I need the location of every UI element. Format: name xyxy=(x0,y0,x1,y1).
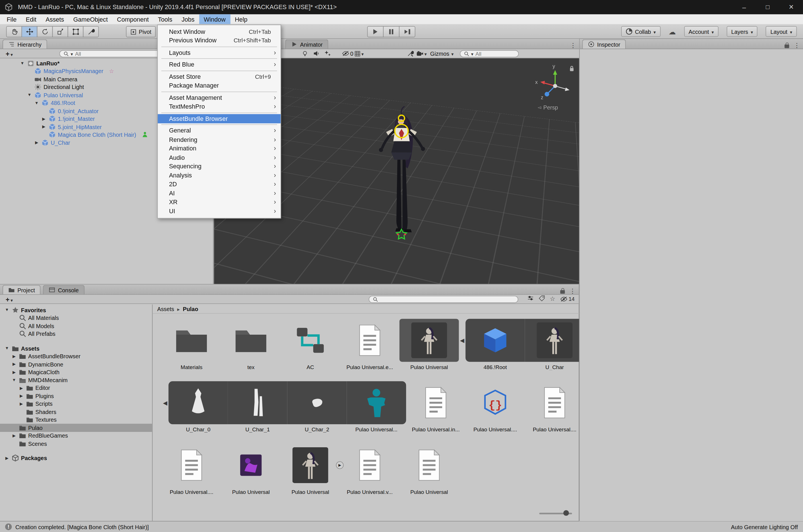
panel-menu-icon[interactable] xyxy=(570,40,576,50)
menu-item-xr[interactable]: XR› xyxy=(158,198,280,207)
asset-tile-pulao-universal-in[interactable]: Pulao Universal.in... xyxy=(406,381,466,433)
menu-item-previous-window[interactable]: Previous WindowCtrl+Shift+Tab xyxy=(158,36,280,45)
scene-search-input[interactable]: All xyxy=(460,50,519,57)
menu-item-sequencing[interactable]: Sequencing› xyxy=(158,162,280,171)
project-tree-item-assets[interactable]: ▼Assets xyxy=(0,344,152,352)
custom-tool-button[interactable] xyxy=(83,26,99,38)
scene-lighting-button[interactable] xyxy=(299,50,310,58)
asset-tile-pulao-universal[interactable]: Pulao Universal... xyxy=(347,381,406,433)
step-button[interactable] xyxy=(399,26,416,38)
status-message[interactable]: Creation completed. [Magica Bone Cloth (… xyxy=(15,524,149,530)
menu-item-package-manager[interactable]: Package Manager xyxy=(158,81,280,90)
asset-tile-pulao-universal[interactable]: Pulao Universal xyxy=(221,443,280,495)
project-tree-item-magicacloth[interactable]: ▶MagicaCloth xyxy=(0,368,152,376)
project-tree-item-favorites[interactable]: ▼Favorites xyxy=(0,306,152,314)
collapse-subassets-icon[interactable]: ◀ xyxy=(459,319,466,362)
tab-project[interactable]: Project xyxy=(3,285,41,294)
project-tree-item-pulao[interactable]: Pulao xyxy=(0,424,152,432)
asset-tile-pulao-universal-v[interactable]: Pulao Universal.v... xyxy=(340,443,400,495)
menu-item-2d[interactable]: 2D› xyxy=(158,180,280,189)
scale-tool-button[interactable] xyxy=(52,26,68,38)
menu-jobs[interactable]: Jobs xyxy=(177,14,199,24)
menu-item-ai[interactable]: AI› xyxy=(158,189,280,197)
hidden-count-toggle[interactable]: 14 xyxy=(560,296,574,302)
menu-item-analysis[interactable]: Analysis› xyxy=(158,171,280,180)
menu-item-layouts[interactable]: Layouts› xyxy=(158,48,280,57)
panel-menu-icon[interactable] xyxy=(794,40,800,50)
breadcrumb-assets[interactable]: Assets xyxy=(157,306,174,312)
asset-tile-pulao-universal[interactable]: Pulao Universal.... xyxy=(162,443,221,495)
foldout-arrow-icon[interactable]: ▶ xyxy=(41,117,47,121)
scene-visibility-button[interactable]: 0 xyxy=(342,50,353,58)
scene-camera-button[interactable] xyxy=(416,50,427,58)
menu-item-audio[interactable]: Audio› xyxy=(158,153,280,162)
tab-inspector[interactable]: Inspector xyxy=(582,39,626,49)
asset-tile-pulao-universal[interactable]: Pulao Universal xyxy=(400,319,459,370)
project-tree-item-dynamicbone[interactable]: ▶DynamicBone xyxy=(0,360,152,368)
lock-icon[interactable] xyxy=(785,44,789,48)
cloud-services-button[interactable] xyxy=(669,27,676,36)
menu-component[interactable]: Component xyxy=(112,14,153,24)
menu-item-textmeshpro[interactable]: TextMeshPro› xyxy=(158,102,280,111)
asset-tile-u-char-0[interactable]: U_Char_0 xyxy=(168,381,228,433)
search-by-label-button[interactable] xyxy=(539,295,545,302)
play-button[interactable] xyxy=(367,26,384,38)
menu-tools[interactable]: Tools xyxy=(153,14,177,24)
lock-icon[interactable] xyxy=(560,290,565,294)
asset-tile-u-char-2[interactable]: U_Char_2 xyxy=(287,381,347,433)
collapse-subassets-icon[interactable]: ◀ xyxy=(162,381,168,424)
asset-tile-tex[interactable]: tex xyxy=(221,319,280,370)
minimize-button[interactable] xyxy=(732,0,756,14)
character-model[interactable] xyxy=(379,106,425,232)
search-by-type-button[interactable] xyxy=(527,295,533,302)
menu-edit[interactable]: Edit xyxy=(21,14,41,24)
menu-gameobject[interactable]: GameObject xyxy=(69,14,112,24)
project-tree-item-all-prefabs[interactable]: All Prefabs xyxy=(0,330,152,338)
scene-grid-button[interactable] xyxy=(353,50,365,58)
saved-search-button[interactable] xyxy=(550,295,555,302)
asset-tile-materials[interactable]: Materials xyxy=(162,319,221,370)
foldout-arrow-icon[interactable]: ▶ xyxy=(18,394,24,398)
menu-item-general[interactable]: General› xyxy=(158,126,280,135)
menu-item-next-window[interactable]: Next WindowCtrl+Tab xyxy=(158,27,280,36)
pause-button[interactable] xyxy=(383,26,400,38)
tab-animator[interactable]: Animator xyxy=(285,39,328,49)
scene-tools-button[interactable] xyxy=(405,50,416,58)
hierarchy-create-button[interactable] xyxy=(4,49,14,58)
auto-generate-lighting-label[interactable]: Auto Generate Lighting Off xyxy=(731,524,798,530)
foldout-arrow-icon[interactable]: ▶ xyxy=(4,456,10,460)
tab-console[interactable]: Console xyxy=(43,285,85,294)
menu-item-assetbundle-browser[interactable]: AssetBundle Browser xyxy=(158,114,280,123)
asset-tile-pulao-universal[interactable]: Pulao Universal xyxy=(280,443,340,495)
foldout-arrow-icon[interactable]: ▶ xyxy=(18,386,24,391)
project-tree-item-packages[interactable]: ▶Packages xyxy=(0,454,152,462)
foldout-arrow-icon[interactable]: ▼ xyxy=(12,378,17,382)
asset-tile-pulao-universal[interactable]: Pulao Universal xyxy=(400,443,459,495)
menu-item-asset-store[interactable]: Asset StoreCtrl+9 xyxy=(158,72,280,81)
thumbnail-size-slider[interactable] xyxy=(539,510,572,516)
project-tree-item-scenes[interactable]: Scenes xyxy=(0,440,152,448)
project-create-button[interactable] xyxy=(4,294,14,304)
slider-knob[interactable] xyxy=(563,510,569,516)
foldout-arrow-icon[interactable]: ▼ xyxy=(27,93,33,97)
menu-window[interactable]: Window xyxy=(199,14,230,24)
hand-tool-button[interactable] xyxy=(6,26,22,38)
foldout-arrow-icon[interactable]: ▶ xyxy=(34,140,39,145)
layout-dropdown[interactable]: Layout xyxy=(766,26,797,37)
layers-dropdown[interactable]: Layers xyxy=(727,26,758,37)
scene-audio-button[interactable] xyxy=(310,50,322,58)
close-button[interactable] xyxy=(779,0,803,14)
project-tree-item-scripts[interactable]: ▶Scripts xyxy=(0,400,152,408)
asset-tile-u-char[interactable]: U_Char xyxy=(525,319,579,370)
menu-item-ui[interactable]: UI› xyxy=(158,207,280,215)
menu-item-rendering[interactable]: Rendering› xyxy=(158,135,280,144)
asset-tile-u-char-1[interactable]: U_Char_1 xyxy=(228,381,287,433)
rect-tool-button[interactable] xyxy=(68,26,84,38)
foldout-arrow-icon[interactable]: ▼ xyxy=(4,346,10,350)
foldout-arrow-icon[interactable]: ▶ xyxy=(18,401,24,406)
asset-tile-pulao-universal-e[interactable]: Pulao Universal.e... xyxy=(340,319,400,370)
project-tree-item-redbluegames[interactable]: ▶RedBlueGames xyxy=(0,432,152,440)
menu-assets[interactable]: Assets xyxy=(41,14,69,24)
menu-help[interactable]: Help xyxy=(230,14,252,24)
lock-icon[interactable] xyxy=(569,64,574,74)
